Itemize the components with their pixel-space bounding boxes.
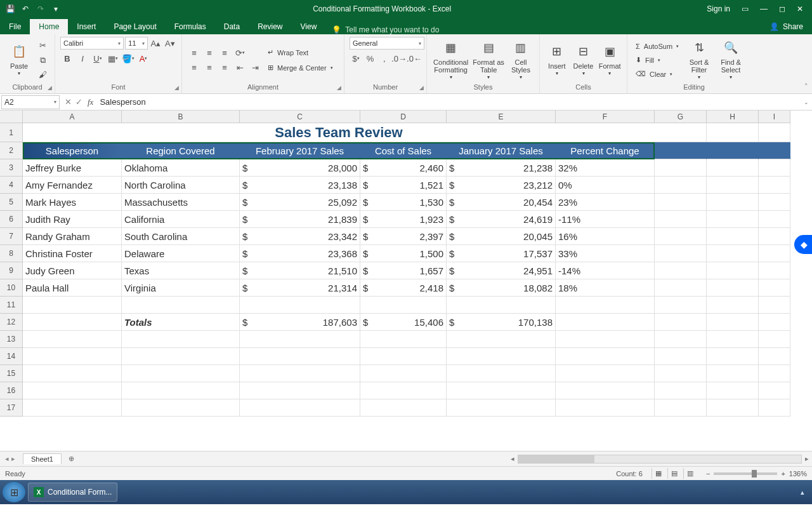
cell[interactable]: 33% <box>556 245 655 262</box>
cell[interactable] <box>759 297 790 314</box>
cell[interactable] <box>655 177 707 194</box>
row-header[interactable]: 1 <box>0 123 23 142</box>
row-header[interactable]: 13 <box>0 331 23 348</box>
cell[interactable]: Sales Team Review <box>23 123 655 142</box>
cell[interactable] <box>707 211 759 228</box>
cell[interactable]: January 2017 Sales <box>447 142 556 159</box>
sheet-tab[interactable]: Sheet1 <box>23 453 62 464</box>
cell[interactable] <box>447 331 556 348</box>
cell[interactable]: $1,500 <box>360 245 447 262</box>
cell[interactable]: $2,397 <box>360 228 447 245</box>
row-header[interactable]: 2 <box>0 142 23 159</box>
cell[interactable] <box>759 331 790 348</box>
cell[interactable] <box>447 365 556 382</box>
cell[interactable] <box>759 228 790 245</box>
cell[interactable] <box>655 142 707 159</box>
cell[interactable] <box>707 177 759 194</box>
expand-formula-bar-icon[interactable]: ⌄ <box>801 99 812 105</box>
cell[interactable]: February 2017 Sales <box>240 142 360 159</box>
clear-button[interactable]: ⌫Clear▾ <box>632 68 682 81</box>
cell[interactable]: 18% <box>556 279 655 297</box>
cell[interactable] <box>240 399 360 417</box>
sort-filter-button[interactable]: ⇅Sort & Filter▾ <box>684 39 714 81</box>
cell[interactable] <box>655 211 707 228</box>
cell[interactable] <box>655 399 707 417</box>
zoom-in-icon[interactable]: + <box>781 470 785 478</box>
cell[interactable]: $21,839 <box>240 211 360 228</box>
column-header[interactable]: F <box>556 110 655 123</box>
horizontal-scrollbar[interactable]: ◂ ▸ <box>508 454 812 464</box>
cell[interactable]: $24,619 <box>447 211 556 228</box>
dialog-launcher-icon[interactable]: ◢ <box>419 84 424 91</box>
align-top-icon[interactable]: ≡ <box>187 46 201 59</box>
underline-button[interactable]: U▾ <box>91 52 105 65</box>
cell[interactable] <box>655 262 707 279</box>
cell[interactable]: California <box>122 211 240 228</box>
cell[interactable] <box>759 314 790 331</box>
cell[interactable]: $17,537 <box>447 245 556 262</box>
cell[interactable] <box>655 228 707 245</box>
cell[interactable]: Salesperson <box>23 142 122 159</box>
column-header[interactable]: D <box>360 110 447 123</box>
accounting-format-icon[interactable]: $▾ <box>350 52 362 65</box>
cell[interactable] <box>556 297 655 314</box>
cell[interactable] <box>556 399 655 417</box>
cell[interactable] <box>360 331 447 348</box>
close-icon[interactable]: ✕ <box>797 4 803 13</box>
cell[interactable] <box>655 382 707 399</box>
row-header[interactable]: 14 <box>0 348 23 365</box>
cell[interactable]: $1,521 <box>360 177 447 194</box>
cell[interactable] <box>23 365 122 382</box>
column-header[interactable]: E <box>447 110 556 123</box>
cell[interactable]: $21,510 <box>240 262 360 279</box>
cell[interactable] <box>360 399 447 417</box>
tab-file[interactable]: File <box>0 19 30 34</box>
delete-button[interactable]: ⊟Delete▾ <box>572 43 596 77</box>
maximize-icon[interactable]: ◻ <box>779 4 785 13</box>
cell[interactable]: 0% <box>556 177 655 194</box>
format-button[interactable]: ▣Format▾ <box>598 43 622 77</box>
cell[interactable]: Paula Hall <box>23 279 122 297</box>
font-name-select[interactable]: Calibri▾ <box>60 37 124 50</box>
cancel-formula-icon[interactable]: ✕ <box>65 97 72 107</box>
cell[interactable]: -14% <box>556 262 655 279</box>
cell[interactable]: $1,657 <box>360 262 447 279</box>
cell[interactable]: $23,138 <box>240 177 360 194</box>
cell[interactable] <box>240 348 360 365</box>
cell[interactable] <box>23 399 122 417</box>
cell[interactable] <box>707 228 759 245</box>
cell[interactable]: Christina Foster <box>23 245 122 262</box>
fx-icon[interactable]: fx <box>88 97 97 107</box>
row-header[interactable]: 6 <box>0 211 23 228</box>
normal-view-icon[interactable]: ▦ <box>652 468 665 479</box>
cell[interactable] <box>759 365 790 382</box>
tab-view[interactable]: View <box>292 19 326 34</box>
cell[interactable] <box>240 331 360 348</box>
cell[interactable]: $2,418 <box>360 279 447 297</box>
cell[interactable] <box>655 245 707 262</box>
cell[interactable]: $23,342 <box>240 228 360 245</box>
prev-sheet-icon[interactable]: ◂ <box>5 455 9 463</box>
cell[interactable] <box>759 123 790 142</box>
cell[interactable] <box>23 297 122 314</box>
cell[interactable]: Judy Green <box>23 262 122 279</box>
cell[interactable]: $20,045 <box>447 228 556 245</box>
comma-format-icon[interactable]: , <box>378 52 391 65</box>
tab-home[interactable]: Home <box>30 19 68 34</box>
cell[interactable] <box>759 177 790 194</box>
column-header[interactable]: B <box>122 110 240 123</box>
row-header[interactable]: 17 <box>0 399 23 417</box>
border-button[interactable]: ▦▾ <box>106 52 120 65</box>
cell[interactable] <box>655 331 707 348</box>
start-button[interactable]: ⊞ <box>3 482 25 502</box>
align-middle-icon[interactable]: ≡ <box>202 46 216 59</box>
cell-styles-button[interactable]: ▥Cell Styles▾ <box>508 39 534 81</box>
cell[interactable] <box>23 314 122 331</box>
cell[interactable]: $24,951 <box>447 262 556 279</box>
zoom-out-icon[interactable]: − <box>706 470 710 478</box>
cell[interactable] <box>447 297 556 314</box>
copy-icon[interactable]: ⧉ <box>36 54 49 67</box>
cell[interactable]: Randy Graham <box>23 228 122 245</box>
formula-input[interactable]: Salesperson <box>97 97 801 107</box>
cell[interactable] <box>122 382 240 399</box>
